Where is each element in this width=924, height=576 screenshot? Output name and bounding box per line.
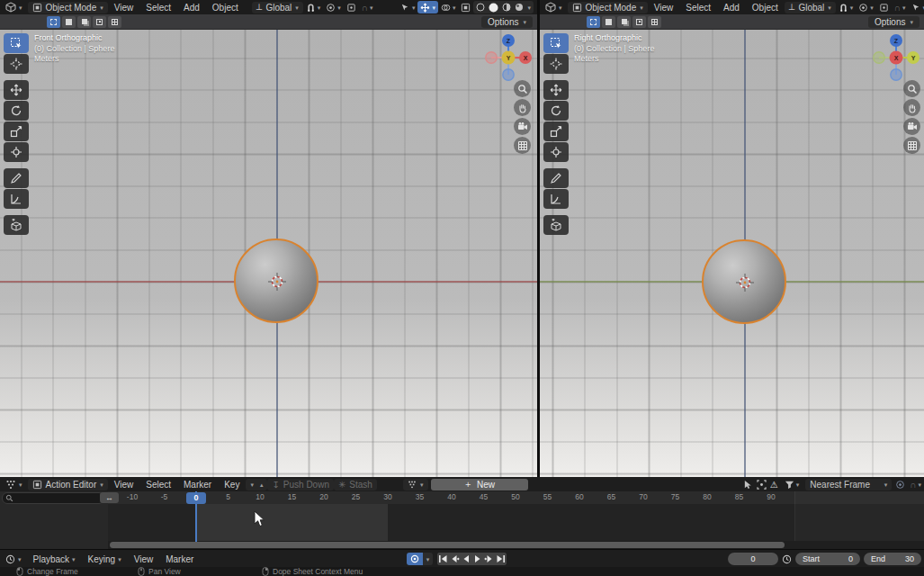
stash-button[interactable]: ✳ Stash (334, 479, 377, 490)
tool-add-cube[interactable] (543, 215, 569, 235)
tool-cursor[interactable] (4, 54, 29, 74)
gizmo-axis-z-neg[interactable] (891, 69, 902, 80)
tool-select-box[interactable] (4, 33, 29, 53)
horizontal-scrollbar[interactable] (110, 542, 785, 548)
tool-measure[interactable] (4, 189, 29, 209)
tool-select-box[interactable] (543, 33, 569, 53)
channel-search-input[interactable] (2, 492, 104, 504)
snap-mode-select[interactable]: Nearest Frame ▾ (805, 479, 892, 490)
tool-move[interactable] (4, 80, 29, 100)
pan-button[interactable] (903, 99, 920, 116)
warning-icon[interactable]: ⚠ (770, 480, 778, 490)
shading-material-icon[interactable] (502, 3, 511, 12)
camera-view-button[interactable] (514, 118, 531, 135)
start-frame-field[interactable]: Start 0 (795, 553, 860, 565)
editor-type-button[interactable]: ▾ (0, 554, 27, 564)
viewport-canvas-right[interactable]: Right Orthographic (0) Collection | Sphe… (540, 30, 924, 477)
next-keyframe-button[interactable] (484, 553, 495, 565)
menu-select[interactable]: Select (679, 3, 717, 13)
tool-rotate[interactable] (543, 101, 569, 121)
mode-select[interactable]: Object Mode ▾ (568, 2, 648, 14)
prev-keyframe-button[interactable] (449, 553, 460, 565)
jump-to-end-button[interactable] (496, 553, 507, 565)
editor-type-button[interactable]: ▾ (0, 2, 28, 13)
current-frame-field[interactable]: 0 (728, 553, 778, 565)
move-up-icon[interactable]: ▴ (260, 482, 264, 488)
select-mode-subtract[interactable] (617, 16, 631, 28)
navigation-gizmo[interactable]: Z Y X (871, 32, 921, 83)
play-button[interactable] (472, 553, 483, 565)
show-gizmo-button[interactable]: ▾ (909, 0, 924, 14)
menu-marker[interactable]: Marker (159, 554, 200, 564)
snap-toggle[interactable]: ▾ (836, 0, 857, 14)
menu-object[interactable]: Object (206, 3, 245, 13)
menu-marker[interactable]: Marker (177, 480, 218, 490)
snap-target-button[interactable] (344, 0, 359, 14)
show-gizmo-button[interactable]: ▾ (398, 0, 418, 14)
select-mode-extend[interactable] (602, 16, 615, 28)
menu-view[interactable]: View (108, 480, 140, 490)
expand-channels-button[interactable]: ↔ (100, 492, 119, 503)
tool-add-cube[interactable] (4, 215, 29, 235)
select-mode-invert[interactable] (93, 16, 106, 28)
gizmo-toggle[interactable]: ▾ (417, 1, 438, 14)
zoom-button[interactable] (514, 80, 531, 97)
shading-rendered-icon[interactable] (515, 3, 524, 12)
proportional-edit-toggle[interactable]: ▾ (323, 0, 344, 14)
current-frame-badge[interactable]: 0 (186, 492, 206, 504)
falloff-button[interactable]: ∩ ▾ (909, 477, 922, 491)
options-button[interactable]: Options ▾ (868, 16, 920, 28)
tool-rotate[interactable] (4, 101, 29, 121)
menu-view[interactable]: View (648, 3, 680, 13)
select-mode-tweak[interactable] (587, 16, 600, 28)
pan-button[interactable] (514, 99, 531, 116)
frame-all-icon[interactable] (757, 480, 767, 490)
select-mode-tweak[interactable] (47, 16, 60, 28)
tool-scale[interactable] (543, 122, 569, 141)
end-frame-field[interactable]: End 30 (864, 553, 921, 565)
menu-select[interactable]: Select (139, 3, 177, 13)
auto-keying-toggle[interactable] (407, 553, 423, 565)
menu-add[interactable]: Add (177, 3, 206, 13)
snap-target-button[interactable] (876, 0, 892, 14)
viewport-canvas-front[interactable]: Front Orthographic (0) Collection | Sphe… (0, 30, 537, 477)
perspective-toggle-button[interactable] (514, 137, 531, 154)
tool-transform[interactable] (4, 142, 29, 162)
menu-view[interactable]: View (128, 554, 160, 564)
xray-toggle[interactable] (458, 0, 473, 14)
menu-view[interactable]: View (108, 3, 140, 13)
tool-transform[interactable] (543, 142, 569, 162)
camera-view-button[interactable] (903, 118, 920, 135)
proportional-edit-toggle[interactable]: ▾ (856, 0, 876, 14)
tool-measure[interactable] (543, 189, 569, 209)
menu-object[interactable]: Object (746, 3, 785, 13)
shading-wireframe-icon[interactable] (476, 3, 485, 12)
tool-scale[interactable] (4, 122, 29, 141)
tool-move[interactable] (543, 80, 569, 100)
playhead-snap-icon[interactable] (743, 480, 753, 490)
tool-cursor[interactable] (543, 54, 569, 74)
select-mode-invert[interactable] (632, 16, 646, 28)
menu-add[interactable]: Add (717, 3, 746, 13)
filter-button[interactable]: ▾ (782, 477, 803, 491)
gizmo-axis-y-neg[interactable] (874, 52, 884, 63)
gizmo-axis-x-neg[interactable] (486, 52, 497, 63)
editor-type-button[interactable]: ▾ (540, 2, 568, 13)
play-reverse-button[interactable] (461, 553, 471, 565)
menu-select[interactable]: Select (139, 480, 177, 490)
menu-key[interactable]: Key (218, 480, 246, 490)
options-button[interactable]: Options ▾ (481, 16, 533, 28)
shading-solid-icon[interactable] (489, 3, 498, 13)
perspective-toggle-button[interactable] (903, 137, 920, 154)
auto-keying-options[interactable]: ▾ (423, 553, 433, 565)
select-mode-intersect[interactable] (648, 16, 661, 28)
transform-orientation-select[interactable]: ⟂ Global ▾ (252, 2, 303, 14)
select-mode-subtract[interactable] (77, 16, 91, 28)
transform-orientation-select[interactable]: ⟂ Global ▾ (785, 2, 836, 14)
gizmo-axis-z-neg[interactable] (503, 69, 514, 80)
overlays-toggle[interactable]: ▾ (438, 0, 459, 14)
editor-type-button[interactable]: ▾ (0, 479, 28, 490)
navigation-gizmo[interactable]: Z X Y (483, 32, 534, 83)
proportional-edit-icon[interactable] (895, 480, 905, 490)
zoom-button[interactable] (903, 80, 920, 97)
